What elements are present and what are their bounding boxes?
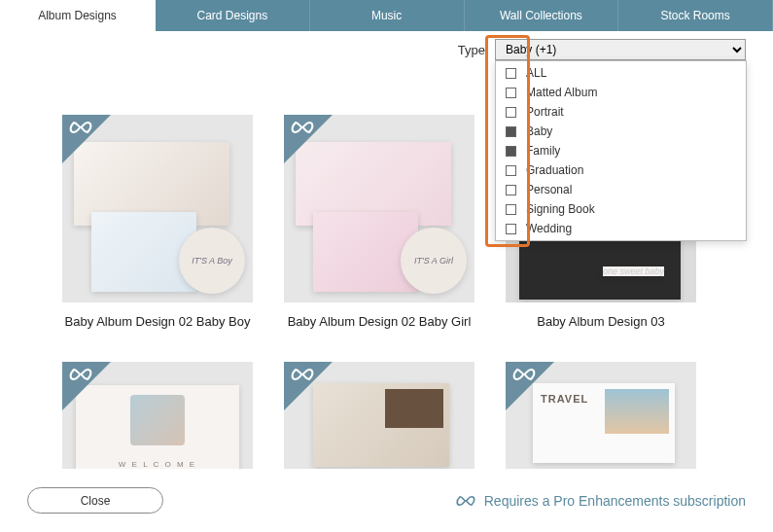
- album-card[interactable]: [284, 362, 474, 469]
- type-dropdown: ALL Matted Album Portrait Baby Family Gr…: [495, 60, 747, 241]
- dd-label: Baby: [526, 124, 552, 138]
- checkbox-icon: [506, 126, 516, 137]
- dd-label: Personal: [526, 183, 572, 196]
- dd-item-wedding[interactable]: Wedding: [496, 219, 746, 238]
- checkbox-icon: [506, 165, 516, 176]
- album-title: Baby Album Design 02 Baby Boy: [62, 314, 253, 329]
- filter-label: Type: [458, 43, 485, 57]
- checkbox-icon: [506, 68, 516, 79]
- album-title: Baby Album Design 02 Baby Girl: [284, 314, 474, 329]
- infinity-icon: [68, 121, 93, 134]
- album-card[interactable]: [62, 362, 253, 469]
- checkbox-icon: [506, 146, 516, 157]
- album-thumbnail: IT'S A Boy: [62, 115, 253, 302]
- tab-album-designs[interactable]: Album Designs: [0, 0, 156, 31]
- checkbox-icon: [506, 185, 516, 195]
- footer: Close Requires a Pro Enhancements subscr…: [0, 469, 773, 532]
- dd-item-graduation[interactable]: Graduation: [496, 160, 746, 180]
- tab-music[interactable]: Music: [310, 0, 465, 31]
- infinity-icon: [290, 121, 315, 134]
- album-title: Baby Album Design 03: [506, 314, 696, 329]
- infinity-icon: [68, 368, 93, 381]
- dd-item-baby[interactable]: Baby: [496, 122, 746, 141]
- infinity-icon: [290, 368, 315, 381]
- checkbox-icon: [506, 88, 516, 98]
- album-thumbnail: IT'S A Girl: [284, 115, 474, 302]
- checkbox-icon: [506, 224, 516, 234]
- dd-item-signing-book[interactable]: Signing Book: [496, 199, 746, 219]
- tab-wall-collections[interactable]: Wall Collections: [465, 0, 619, 31]
- dd-item-personal[interactable]: Personal: [496, 180, 746, 199]
- dd-label: Portrait: [526, 105, 564, 119]
- album-thumbnail: [284, 362, 474, 469]
- dd-label: ALL: [526, 66, 546, 80]
- tab-card-designs[interactable]: Card Designs: [156, 0, 310, 31]
- dd-label: Graduation: [526, 163, 583, 177]
- dd-item-portrait[interactable]: Portrait: [496, 102, 746, 122]
- type-select[interactable]: Baby (+1): [495, 39, 746, 60]
- pro-note-text: Requires a Pro Enhancements subscription: [484, 493, 746, 509]
- tab-stock-rooms[interactable]: Stock Rooms: [618, 0, 773, 31]
- tabs-bar: Album Designs Card Designs Music Wall Co…: [0, 0, 773, 31]
- close-button[interactable]: Close: [27, 487, 163, 514]
- badge-text: IT'S A Boy: [179, 228, 245, 294]
- infinity-icon: [455, 495, 476, 507]
- dd-label: Signing Book: [526, 202, 595, 216]
- dd-label: Wedding: [526, 222, 572, 235]
- infinity-icon: [511, 368, 537, 381]
- dd-label: Matted Album: [526, 86, 597, 99]
- album-thumbnail: [62, 362, 253, 469]
- dd-item-family[interactable]: Family: [496, 141, 746, 160]
- badge-text: one sweet baby: [603, 266, 664, 276]
- checkbox-icon: [506, 107, 516, 118]
- album-thumbnail: [506, 362, 696, 469]
- album-card[interactable]: IT'S A Girl Baby Album Design 02 Baby Gi…: [284, 115, 474, 329]
- checkbox-icon: [506, 204, 516, 215]
- pro-subscription-note: Requires a Pro Enhancements subscription: [455, 493, 746, 509]
- album-card[interactable]: IT'S A Boy Baby Album Design 02 Baby Boy: [62, 115, 253, 329]
- dd-item-matted-album[interactable]: Matted Album: [496, 83, 746, 102]
- badge-text: IT'S A Girl: [401, 228, 467, 294]
- dd-label: Family: [526, 144, 560, 158]
- dd-item-all[interactable]: ALL: [496, 63, 746, 83]
- album-card[interactable]: [506, 362, 696, 469]
